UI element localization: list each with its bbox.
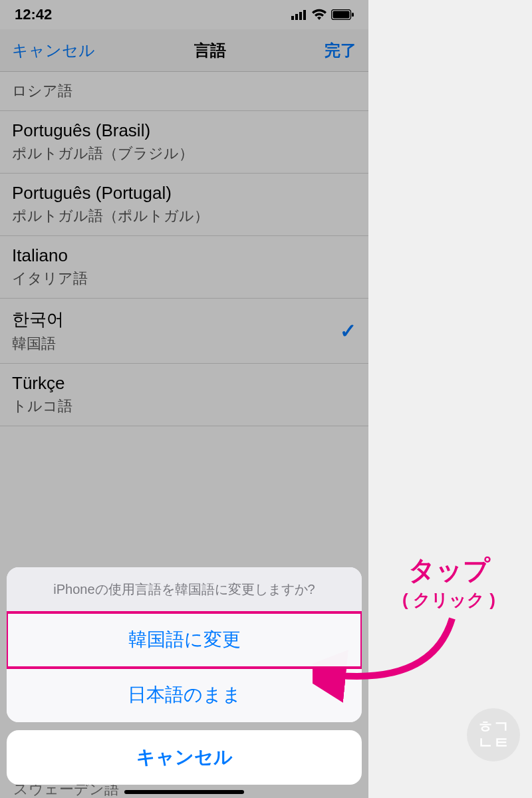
language-row-labels: Português (Portugal)ポルトガル語（ポルトガル） <box>12 183 209 226</box>
language-row-labels: Türkçeトルコ語 <box>12 373 72 416</box>
watermark-logo: ㅎㄱ ㄴㅌ <box>467 708 520 761</box>
svg-rect-6 <box>352 13 354 17</box>
cellular-icon <box>291 9 307 20</box>
action-sheet-cancel-button[interactable]: キャンセル <box>7 730 362 785</box>
change-language-button[interactable]: 韓国語に変更 <box>7 612 362 668</box>
battery-icon <box>331 9 354 20</box>
watermark-text: ㅎㄱ ㄴㅌ <box>477 719 509 751</box>
language-localized-name: ポルトガル語（ブラジル） <box>12 144 194 164</box>
tutorial-annotation: タップ ( クリック ) <box>376 552 522 612</box>
language-localized-name: 韓国語 <box>12 334 64 354</box>
status-time: 12:42 <box>15 6 52 23</box>
status-indicators <box>291 9 354 21</box>
keep-language-button[interactable]: 日本語のまま <box>7 668 362 722</box>
language-row[interactable]: 한국어韓国語✓ <box>0 299 368 364</box>
language-row[interactable]: ロシア語 <box>0 72 368 111</box>
nav-cancel-button[interactable]: キャンセル <box>12 40 95 61</box>
language-localized-name: ロシア語 <box>12 81 72 101</box>
language-row[interactable]: Português (Portugal)ポルトガル語（ポルトガル） <box>0 174 368 236</box>
status-bar: 12:42 <box>0 0 368 29</box>
svg-rect-5 <box>333 11 350 19</box>
language-native-name: Türkçe <box>12 373 72 394</box>
action-sheet-group: iPhoneの使用言語を韓国語に変更しますか? 韓国語に変更 日本語のまま <box>7 567 362 722</box>
language-row[interactable]: Italianoイタリア語 <box>0 236 368 299</box>
action-sheet-message: iPhoneの使用言語を韓国語に変更しますか? <box>7 567 362 612</box>
action-sheet: iPhoneの使用言語を韓国語に変更しますか? 韓国語に変更 日本語のまま キャ… <box>7 567 362 785</box>
language-native-name: 한국어 <box>12 308 64 331</box>
language-row[interactable]: Português (Brasil)ポルトガル語（ブラジル） <box>0 111 368 174</box>
nav-done-button[interactable]: 完了 <box>325 40 356 61</box>
annotation-text-sub: ( クリック ) <box>376 589 522 612</box>
svg-rect-2 <box>299 12 302 20</box>
svg-rect-3 <box>303 10 306 20</box>
language-native-name: Português (Brasil) <box>12 120 194 141</box>
language-native-name: Italiano <box>12 245 88 266</box>
language-row-labels: Português (Brasil)ポルトガル語（ブラジル） <box>12 120 194 164</box>
checkmark-icon: ✓ <box>340 319 356 342</box>
language-localized-name: ポルトガル語（ポルトガル） <box>12 206 209 226</box>
wifi-icon <box>311 9 327 21</box>
svg-rect-1 <box>295 14 298 20</box>
nav-bar: キャンセル 言語 完了 <box>0 29 368 72</box>
language-localized-name: イタリア語 <box>12 269 88 289</box>
nav-title: 言語 <box>194 40 226 61</box>
language-localized-name: トルコ語 <box>12 396 72 416</box>
language-row-labels: 한국어韓国語 <box>12 308 64 354</box>
annotation-text-main: タップ <box>376 552 522 589</box>
language-row-labels: ロシア語 <box>12 81 72 101</box>
language-row-labels: Italianoイタリア語 <box>12 245 88 289</box>
svg-rect-0 <box>291 16 294 20</box>
language-row[interactable]: Türkçeトルコ語 <box>0 364 368 426</box>
language-list[interactable]: ロシア語Português (Brasil)ポルトガル語（ブラジル）Portug… <box>0 72 368 426</box>
language-native-name: Português (Portugal) <box>12 183 209 203</box>
